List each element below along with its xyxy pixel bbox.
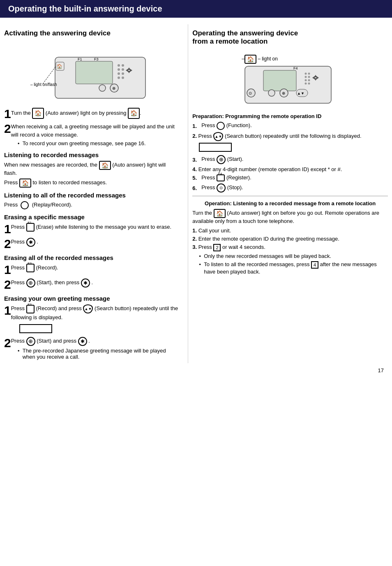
auto-answer-icon5: 🏠 bbox=[244, 55, 256, 64]
search-icon2: ▲▼ bbox=[213, 132, 223, 141]
svg-text:F1: F1 bbox=[78, 57, 82, 61]
section4-step2: 2 Press ✱ . bbox=[4, 238, 180, 250]
svg-rect-24 bbox=[263, 70, 296, 91]
phi-icon2: ⊕ bbox=[26, 337, 35, 346]
svg-text:🏠: 🏠 bbox=[57, 63, 62, 69]
svg-point-7 bbox=[122, 68, 124, 71]
op-step3: 3. Press 2 or wait 4 seconds. Only the n… bbox=[192, 244, 388, 259]
svg-line-21 bbox=[43, 66, 56, 84]
prep-step6: 6. Press ⊙ (Stop). bbox=[192, 183, 388, 193]
function-icon1 bbox=[217, 122, 225, 130]
svg-point-10 bbox=[118, 77, 120, 79]
display-box1 bbox=[19, 324, 52, 333]
auto-answer-icon6: 🏠 bbox=[214, 209, 226, 218]
star-icon3: ✱ bbox=[78, 337, 87, 346]
svg-text:F3: F3 bbox=[94, 57, 99, 61]
step2-bullets: To record your own greeting message, see… bbox=[18, 140, 180, 146]
section-remote-title: Operating the answering device from a re… bbox=[192, 29, 388, 46]
phi-icon3: ⊕ bbox=[217, 155, 226, 164]
op-bullet1: Only the new recorded messages will be p… bbox=[199, 253, 388, 259]
op-step4: To listen to all the recorded messages, … bbox=[192, 261, 388, 275]
step2-activating: 2 When receiving a call, a greeting mess… bbox=[4, 123, 180, 147]
s5-step1-text: Press F3 (Record). bbox=[11, 264, 58, 272]
section2-title: Listening to recorded messages bbox=[4, 151, 180, 158]
section5-title: Erasing all of the recorded messages bbox=[4, 254, 180, 261]
star-icon1: ✱ bbox=[26, 238, 35, 247]
s4-step1-num: 1 bbox=[4, 223, 11, 235]
num4-icon: 4 bbox=[311, 261, 318, 269]
section2-press: Press 🏠 to listen to recorded messages. bbox=[4, 179, 180, 188]
s6-bullet1: The pre-recorded Japanese greeting messa… bbox=[18, 348, 180, 360]
prep-step2: 2. Press ▲▼ (Search button) repeatedly u… bbox=[192, 132, 388, 153]
page-header: Operating the built-in answering device bbox=[0, 0, 392, 18]
f4-register-icon: F4 bbox=[217, 174, 225, 181]
svg-point-8 bbox=[118, 72, 120, 75]
section1-title: Activating the answering device bbox=[4, 29, 180, 37]
s4-step2-text: Press ✱ . bbox=[11, 238, 38, 247]
op-step2: 2. Enter the remote operation ID during … bbox=[192, 236, 388, 242]
svg-point-26 bbox=[305, 73, 307, 75]
s6-step2-content: Press ⊕ (Start) and press ✱ . The pre-re… bbox=[11, 337, 180, 361]
s6-step1-text: Press F3 (Record) and press ▲▼ (Search b… bbox=[11, 305, 178, 320]
replay-icon bbox=[21, 201, 29, 209]
auto-answer-icon3: 🏠 bbox=[99, 161, 111, 170]
section4-step1: 1 Press F1 (Erase) while listening to th… bbox=[4, 223, 180, 235]
s6-step2-text: Press ⊕ (Start) and press ✱ . bbox=[11, 338, 90, 344]
s5-step2-text: Press ⊕ (Start), then press ✱ . bbox=[11, 278, 93, 288]
svg-text:▲▼: ▲▼ bbox=[297, 91, 304, 95]
prep-step4: 4. Enter any 4-digit number (remote oper… bbox=[192, 166, 388, 172]
search-icon1: ▲▼ bbox=[83, 304, 93, 313]
phi-icon1: ⊕ bbox=[26, 278, 35, 288]
operation-steps: 1. Call your unit. 2. Enter the remote o… bbox=[192, 227, 388, 275]
s6-step1-content: Press F3 (Record) and press ▲▼ (Search b… bbox=[11, 304, 180, 334]
svg-point-33 bbox=[308, 83, 310, 85]
light-on-label: –🏠 – light on bbox=[242, 55, 278, 64]
section6-title: Erasing your own greeting message bbox=[4, 295, 180, 302]
svg-text:⊕: ⊕ bbox=[112, 86, 115, 90]
op-step4-bullets: To listen to all the recorded messages, … bbox=[199, 261, 388, 275]
svg-point-4 bbox=[118, 64, 120, 67]
svg-point-30 bbox=[305, 79, 307, 81]
device-diagram-left: F1 F3 ⊕ bbox=[4, 41, 180, 104]
step1-text: Turn the 🏠 (Auto answer) light on by pre… bbox=[11, 108, 141, 119]
op-bullet2: To listen to all the recorded messages, … bbox=[199, 261, 388, 275]
op-step1: 1. Call your unit. bbox=[192, 227, 388, 234]
svg-point-42 bbox=[268, 90, 275, 96]
svg-point-32 bbox=[305, 83, 307, 85]
step1-activating: 1 Turn the 🏠 (Auto answer) light on by p… bbox=[4, 108, 180, 120]
svg-point-29 bbox=[308, 76, 310, 78]
right-column: Operating the answering device from a re… bbox=[188, 24, 388, 363]
f3-record-icon2: F3 bbox=[26, 305, 35, 313]
svg-point-11 bbox=[122, 77, 124, 79]
display-box2 bbox=[199, 143, 232, 152]
s6-step2-num: 2 bbox=[4, 337, 11, 349]
auto-answer-icon1: 🏠 bbox=[32, 108, 44, 119]
star-icon2: ✱ bbox=[81, 278, 90, 288]
step2-content: When receiving a call, a greeting messag… bbox=[11, 123, 180, 147]
prep-steps: 1. Press (Function). 2. Press ▲▼ (Search… bbox=[192, 122, 388, 193]
section4-title: Erasing a specific message bbox=[4, 213, 180, 220]
svg-text:– light on/flash: – light on/flash bbox=[30, 82, 57, 87]
prep-step3: 3. Press ⊕ (Start). bbox=[192, 155, 388, 164]
svg-text:⊕: ⊕ bbox=[282, 91, 285, 95]
operation-header: Operation: Listening to a recorded messa… bbox=[192, 200, 388, 206]
svg-point-27 bbox=[308, 73, 310, 75]
device-diagram-right: –🏠 – light on F4 bbox=[192, 50, 388, 107]
auto-answer-icon2: 🏠 bbox=[128, 108, 140, 119]
prep-step1: 1. Press (Function). bbox=[192, 122, 388, 130]
svg-text:F4: F4 bbox=[293, 66, 298, 70]
step2-num: 2 bbox=[4, 123, 11, 135]
svg-point-5 bbox=[122, 64, 124, 67]
svg-point-18 bbox=[99, 85, 106, 91]
step2-bullet1: To record your own greeting message, see… bbox=[18, 140, 180, 146]
section5-step1: 1 Press F3 (Record). bbox=[4, 264, 180, 276]
left-column: Activating the answering device F1 F3 bbox=[4, 24, 188, 363]
num2-icon: 2 bbox=[213, 244, 221, 251]
section5-step2: 2 Press ⊕ (Start), then press ✱ . bbox=[4, 278, 180, 291]
operation-intro: Turn the 🏠 (Auto answer) light on before… bbox=[192, 209, 388, 224]
page-number: 17 bbox=[0, 363, 392, 378]
section3-press: Press (Replay/Record). bbox=[4, 201, 180, 209]
divider bbox=[192, 196, 388, 196]
prep-header: Preparation: Programming the remote oper… bbox=[192, 113, 388, 119]
section2-desc: When new messages are recorded, the 🏠 (A… bbox=[4, 161, 180, 176]
